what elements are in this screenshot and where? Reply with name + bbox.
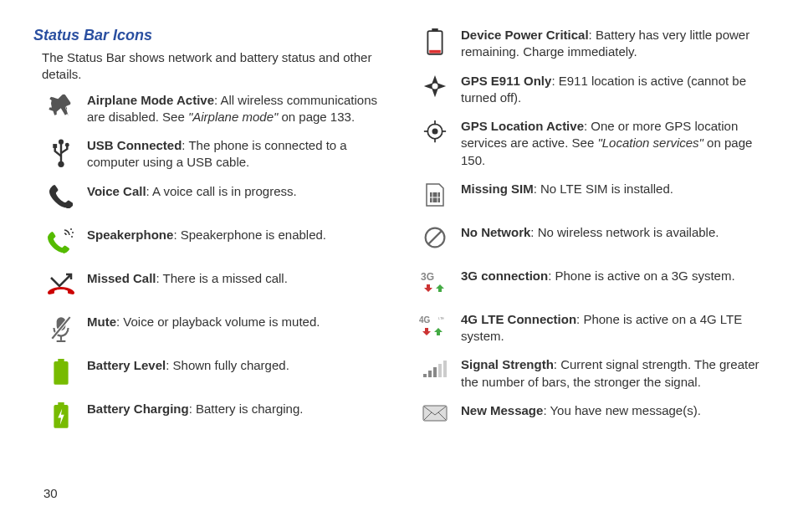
no-network-row: No Network: No wireless network is avail… [416, 224, 765, 256]
airplane-row: Airplane Mode Active: All wireless commu… [42, 92, 382, 126]
usb-text: USB Connected: The phone is connected to… [80, 137, 382, 171]
power-critical-text: Device Power Critical: Battery has very … [454, 27, 765, 61]
signal-text: Signal Strength: Current signal strength… [454, 356, 765, 391]
missing-sim-text: Missing SIM: No LTE SIM is installed. [454, 181, 765, 197]
mute-text: Mute: Voice or playback volume is muted. [80, 314, 382, 330]
svg-text:4G: 4G [419, 315, 431, 325]
sim-icon [416, 181, 454, 207]
svg-point-22 [432, 129, 438, 135]
intro-text: The Status Bar shows network and battery… [42, 49, 382, 84]
3g-icon: 3G [416, 268, 454, 294]
mute-icon [42, 314, 80, 342]
svg-text:3G: 3G [421, 271, 434, 283]
missed-call-icon [42, 270, 80, 297]
4g-lte-icon: 4GLTE [416, 311, 454, 338]
gps-active-text: GPS Location Active: One or more GPS loc… [454, 118, 765, 169]
battery-charging-icon [42, 401, 80, 429]
svg-rect-41 [423, 406, 447, 421]
right-column: Device Power Critical: Battery has very … [416, 27, 765, 446]
svg-rect-9 [60, 335, 62, 340]
svg-point-5 [70, 228, 72, 230]
battery-level-text: Battery Level: Shown fully charged. [80, 357, 382, 374]
svg-rect-15 [58, 402, 64, 405]
svg-rect-19 [429, 50, 441, 54]
left-column: Status Bar Icons The Status Bar shows ne… [33, 27, 382, 446]
envelope-icon [416, 402, 454, 422]
svg-point-2 [58, 161, 64, 167]
page-content: Status Bar Icons The Status Bar shows ne… [0, 0, 798, 463]
svg-rect-3 [53, 144, 57, 148]
gps-active-icon [416, 118, 454, 143]
battery-full-icon [42, 357, 80, 386]
battery-critical-icon [416, 27, 454, 55]
svg-rect-39 [438, 364, 442, 377]
airplane-icon [42, 92, 80, 119]
voice-call-text: Voice Call: A voice call is in progress. [80, 183, 382, 200]
gps-active-row: GPS Location Active: One or more GPS loc… [416, 118, 765, 169]
phone-icon [42, 183, 80, 208]
voice-call-row: Voice Call: A voice call is in progress. [42, 183, 382, 215]
usb-row: USB Connected: The phone is connected to… [42, 137, 382, 171]
3g-row: 3G 3G connection: Phone is active on a 3… [416, 268, 765, 299]
new-message-row: New Message: You have new message(s). [416, 402, 765, 434]
mute-row: Mute: Voice or playback volume is muted. [42, 314, 382, 345]
no-network-icon [416, 224, 454, 249]
missed-call-text: Missed Call: There is a missed call. [80, 270, 382, 287]
section-heading: Status Bar Icons [33, 27, 382, 44]
svg-point-4 [65, 143, 69, 147]
svg-rect-38 [433, 367, 437, 377]
svg-rect-36 [423, 374, 427, 377]
4g-text: 4G LTE Connection: Phone is active on a … [454, 311, 765, 345]
signal-bars-icon [416, 356, 454, 380]
signal-row: Signal Strength: Current signal strength… [416, 356, 765, 391]
page-number: 30 [43, 486, 58, 500]
svg-point-7 [71, 236, 73, 238]
svg-rect-14 [54, 361, 68, 385]
airplane-text: Airplane Mode Active: All wireless commu… [80, 92, 382, 126]
usb-icon [42, 137, 80, 167]
4g-row: 4GLTE 4G LTE Connection: Phone is active… [416, 311, 765, 345]
battery-charging-row: Battery Charging: Battery is charging. [42, 401, 382, 432]
power-critical-row: Device Power Critical: Battery has very … [416, 27, 765, 61]
svg-point-20 [432, 83, 438, 89]
svg-text:LTE: LTE [438, 316, 444, 320]
speakerphone-row: Speakerphone: Speakerphone is enabled. [42, 227, 382, 258]
battery-charging-text: Battery Charging: Battery is charging. [80, 401, 382, 417]
svg-rect-13 [58, 359, 64, 361]
svg-line-32 [428, 231, 442, 244]
svg-rect-40 [443, 361, 447, 377]
svg-rect-10 [57, 340, 66, 341]
gps-e911-text: GPS E911 Only: E911 location is active (… [454, 73, 765, 107]
gps-e911-row: GPS E911 Only: E911 location is active (… [416, 73, 765, 107]
svg-rect-37 [428, 371, 432, 377]
no-network-text: No Network: No wireless network is avail… [454, 224, 765, 241]
battery-level-row: Battery Level: Shown fully charged. [42, 357, 382, 389]
speakerphone-icon [42, 227, 80, 255]
3g-text: 3G connection: Phone is active on a 3G s… [454, 268, 765, 284]
missed-call-row: Missed Call: There is a missed call. [42, 270, 382, 302]
svg-point-6 [72, 232, 74, 233]
gps-e911-icon [416, 73, 454, 98]
speakerphone-text: Speakerphone: Speakerphone is enabled. [80, 227, 382, 243]
new-message-text: New Message: You have new message(s). [454, 402, 765, 419]
missing-sim-row: Missing SIM: No LTE SIM is installed. [416, 181, 765, 212]
